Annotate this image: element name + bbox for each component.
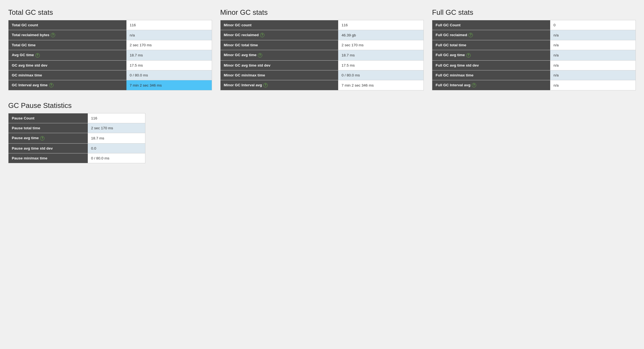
label-cell: Minor GC avg time? — [220, 50, 338, 60]
label-cell: Full GC Interval avg? — [432, 80, 550, 90]
label-cell: Full GC Count — [432, 20, 550, 30]
label-cell: GC Interval avg time? — [9, 80, 126, 90]
help-icon[interactable]: ? — [49, 83, 53, 87]
value-cell: 7 min 2 sec 346 ms — [338, 80, 424, 90]
value-cell: n/a — [126, 30, 212, 40]
help-icon[interactable]: ? — [468, 33, 473, 37]
help-icon[interactable]: ? — [466, 53, 471, 58]
label-cell: Pause avg time? — [9, 133, 88, 143]
value-cell: 17.5 ms — [126, 60, 212, 70]
value-cell: n/a — [550, 50, 636, 60]
label-cell: Minor GC min/max time — [220, 70, 338, 80]
value-cell: 116 — [338, 20, 424, 30]
help-icon[interactable]: ? — [263, 83, 268, 87]
label-cell: Minor GC count — [220, 20, 338, 30]
value-cell: 2 sec 170 ms — [338, 40, 424, 50]
value-cell: 2 sec 170 ms — [126, 40, 212, 50]
help-icon[interactable]: ? — [472, 83, 476, 87]
value-cell: 116 — [88, 113, 145, 123]
total-gc-title: Total GC stats — [8, 8, 212, 17]
value-cell: n/a — [550, 70, 636, 80]
value-cell: 0 / 80.0 ms — [126, 70, 212, 80]
label-cell: Minor GC reclaimed? — [220, 30, 338, 40]
help-icon[interactable]: ? — [40, 136, 44, 141]
total-gc-panel: Total GC stats Total GC count116Total re… — [8, 8, 212, 90]
pause-stats-title: GC Pause Statistics — [8, 101, 145, 110]
total-gc-table: Total GC count116Total reclaimed bytes?n… — [8, 20, 212, 90]
value-cell: 46.39 gb — [338, 30, 424, 40]
value-cell: 17.5 ms — [338, 60, 424, 70]
value-cell: 116 — [126, 20, 212, 30]
label-cell: Full GC avg time std dev — [432, 60, 550, 70]
help-icon[interactable]: ? — [258, 53, 262, 58]
pause-stats-panel: GC Pause Statistics Pause Count116Pause … — [8, 101, 145, 163]
value-cell: 18.7 ms — [126, 50, 212, 60]
full-gc-panel: Full GC stats Full GC Count0Full GC recl… — [432, 8, 636, 90]
value-cell: n/a — [550, 30, 636, 40]
label-cell: Pause Count — [9, 113, 88, 123]
value-cell: 18.7 ms — [88, 133, 145, 143]
help-icon[interactable]: ? — [51, 33, 55, 37]
label-cell: Full GC avg time? — [432, 50, 550, 60]
minor-gc-table: Minor GC count116Minor GC reclaimed?46.3… — [220, 20, 424, 90]
full-gc-table: Full GC Count0Full GC reclaimed?n/aFull … — [432, 20, 636, 90]
label-cell: Pause min/max time — [9, 153, 88, 163]
label-cell: Minor GC total time — [220, 40, 338, 50]
value-cell: 0 — [550, 20, 636, 30]
minor-gc-panel: Minor GC stats Minor GC count116Minor GC… — [220, 8, 424, 90]
minor-gc-title: Minor GC stats — [220, 8, 424, 17]
value-cell: 7 min 2 sec 346 ms — [126, 80, 212, 90]
value-cell: n/a — [550, 60, 636, 70]
pause-stats-table: Pause Count116Pause total time2 sec 170 … — [8, 113, 145, 163]
label-cell: Total GC time — [9, 40, 126, 50]
value-cell: 0 / 80.0 ms — [88, 153, 145, 163]
help-icon[interactable]: ? — [35, 53, 40, 58]
label-cell: Total reclaimed bytes? — [9, 30, 126, 40]
full-gc-title: Full GC stats — [432, 8, 636, 17]
label-cell: Full GC total time — [432, 40, 550, 50]
label-cell: Minor GC avg time std dev — [220, 60, 338, 70]
label-cell: Pause total time — [9, 123, 88, 133]
label-cell: Minor GC Interval avg? — [220, 80, 338, 90]
label-cell: Pause avg time std dev — [9, 143, 88, 153]
value-cell: n/a — [550, 40, 636, 50]
label-cell: Full GC reclaimed? — [432, 30, 550, 40]
top-panels: Total GC stats Total GC count116Total re… — [8, 8, 636, 90]
value-cell: 0 / 80.0 ms — [338, 70, 424, 80]
label-cell: Avg GC time? — [9, 50, 126, 60]
value-cell: n/a — [550, 80, 636, 90]
label-cell: Full GC min/max time — [432, 70, 550, 80]
label-cell: GC avg time std dev — [9, 60, 126, 70]
label-cell: GC min/max time — [9, 70, 126, 80]
label-cell: Total GC count — [9, 20, 126, 30]
value-cell: 18.7 ms — [338, 50, 424, 60]
value-cell: 0.0 — [88, 143, 145, 153]
help-icon[interactable]: ? — [260, 33, 264, 37]
value-cell: 2 sec 170 ms — [88, 123, 145, 133]
